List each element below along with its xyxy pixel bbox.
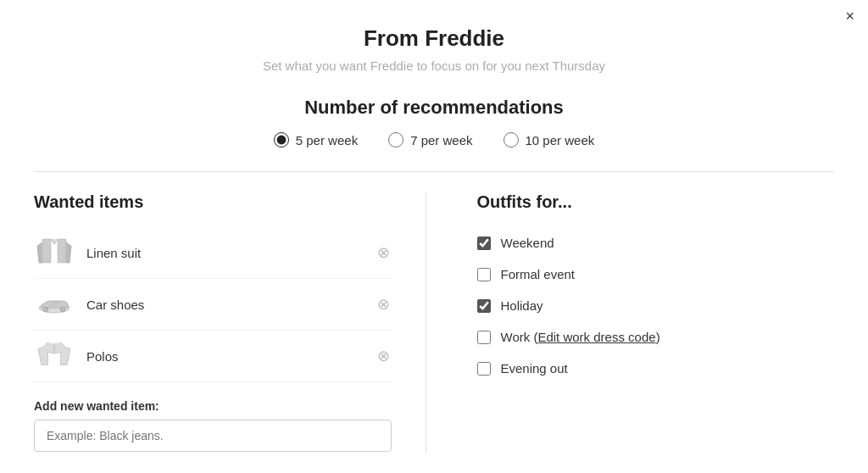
radio-input-10[interactable] bbox=[504, 132, 519, 147]
add-new-label: Add new wanted item: bbox=[34, 399, 392, 413]
svg-rect-1 bbox=[58, 239, 66, 263]
section-divider bbox=[34, 171, 834, 172]
polo-icon bbox=[34, 339, 75, 373]
item-name-linen-suit: Linen suit bbox=[86, 246, 376, 260]
outfit-formal-event: Formal event bbox=[477, 259, 835, 290]
outfit-holiday: Holiday bbox=[477, 290, 835, 321]
remove-car-shoes-button[interactable]: ⊗ bbox=[376, 295, 392, 314]
wanted-items-title: Wanted items bbox=[34, 192, 392, 212]
outfit-evening-out: Evening out bbox=[477, 353, 835, 384]
outfits-title: Outfits for... bbox=[477, 192, 835, 212]
wanted-item-car-shoes: Car shoes ⊗ bbox=[34, 279, 392, 331]
modal-container: × From Freddie Set what you want Freddie… bbox=[0, 0, 868, 473]
outfit-checkbox-work[interactable] bbox=[477, 331, 491, 344]
outfit-checkbox-weekend[interactable] bbox=[477, 236, 491, 250]
close-button[interactable]: × bbox=[845, 8, 854, 24]
wanted-item-linen-suit: Linen suit ⊗ bbox=[34, 227, 392, 279]
outfit-label-holiday[interactable]: Holiday bbox=[501, 298, 543, 313]
item-name-car-shoes: Car shoes bbox=[86, 298, 376, 312]
outfit-checkbox-evening[interactable] bbox=[477, 362, 491, 376]
outfits-col: Outfits for... Weekend Formal event Holi… bbox=[426, 192, 835, 452]
outfit-label-formal[interactable]: Formal event bbox=[501, 267, 576, 281]
outfit-weekend: Weekend bbox=[477, 227, 835, 259]
outfit-label-weekend[interactable]: Weekend bbox=[501, 236, 554, 250]
wanted-items-col: Wanted items Linen suit ⊗ bbox=[34, 192, 426, 452]
radio-input-5[interactable] bbox=[274, 132, 289, 147]
linen-suit-icon bbox=[34, 236, 75, 270]
edit-dress-code-link[interactable]: Edit work dress code bbox=[537, 330, 655, 344]
car-shoes-icon bbox=[34, 287, 75, 321]
radio-label-10: 10 per week bbox=[526, 133, 595, 147]
recommendations-title: Number of recommendations bbox=[34, 97, 834, 119]
radio-input-7[interactable] bbox=[388, 132, 403, 147]
radio-7-per-week[interactable]: 7 per week bbox=[388, 132, 472, 147]
radio-group: 5 per week 7 per week 10 per week bbox=[34, 132, 834, 147]
outfit-work-text: Work bbox=[501, 330, 531, 344]
outfit-checkbox-holiday[interactable] bbox=[477, 299, 491, 313]
remove-polos-button[interactable]: ⊗ bbox=[376, 347, 392, 365]
modal-subtitle: Set what you want Freddie to focus on fo… bbox=[34, 58, 834, 73]
radio-label-5: 5 per week bbox=[296, 133, 358, 147]
two-column-layout: Wanted items Linen suit ⊗ bbox=[34, 192, 834, 452]
radio-10-per-week[interactable]: 10 per week bbox=[504, 132, 595, 147]
outfit-label-evening[interactable]: Evening out bbox=[501, 361, 568, 376]
radio-5-per-week[interactable]: 5 per week bbox=[274, 132, 358, 147]
svg-point-4 bbox=[60, 307, 65, 312]
svg-point-3 bbox=[43, 307, 48, 312]
wanted-item-polos: Polos ⊗ bbox=[34, 331, 392, 382]
svg-rect-0 bbox=[42, 239, 51, 263]
outfit-label-work[interactable]: Work (Edit work dress code) bbox=[501, 330, 660, 344]
outfit-checkbox-formal[interactable] bbox=[477, 268, 491, 281]
item-name-polos: Polos bbox=[86, 349, 376, 364]
remove-linen-suit-button[interactable]: ⊗ bbox=[376, 243, 392, 262]
add-new-input[interactable] bbox=[34, 420, 392, 452]
modal-title: From Freddie bbox=[34, 25, 834, 52]
outfit-work: Work (Edit work dress code) bbox=[477, 321, 835, 353]
radio-label-7: 7 per week bbox=[410, 133, 472, 147]
